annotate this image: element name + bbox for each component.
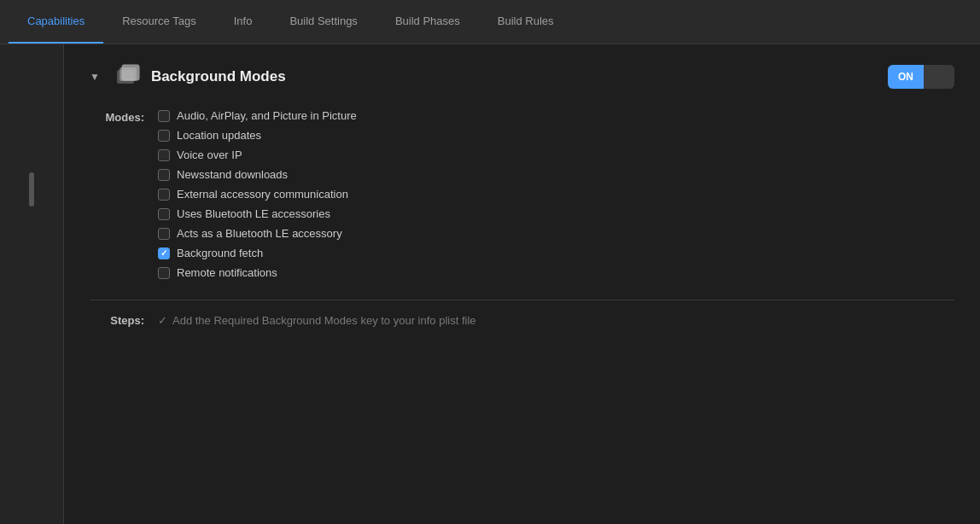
mode-location[interactable]: Location updates [158,129,357,142]
tab-bar: Capabilities Resource Tags Info Build Se… [0,0,980,44]
svg-rect-2 [122,65,139,80]
tab-build-phases[interactable]: Build Phases [376,0,479,44]
steps-label: Steps: [90,314,158,327]
step-1: ✓ Add the Required Background Modes key … [158,314,476,327]
toggle-on-label: ON [888,65,924,89]
mode-external-accessory[interactable]: External accessory communication [158,188,357,201]
checkbox-external-accessory[interactable] [158,189,170,201]
checkbox-bluetooth-le[interactable] [158,208,170,220]
mode-newsstand[interactable]: Newsstand downloads [158,168,357,181]
mode-audio[interactable]: Audio, AirPlay, and Picture in Picture [158,109,357,122]
checkbox-bluetooth-le-accessory[interactable] [158,228,170,240]
mode-label-voip: Voice over IP [177,148,242,161]
section-header: ▼ Background Modes ON [90,61,954,92]
mode-voip[interactable]: Voice over IP [158,148,357,161]
tab-info[interactable]: Info [215,0,271,44]
divider [90,300,954,300]
mode-label-newsstand: Newsstand downloads [177,168,288,181]
sidebar-scroll-thumb[interactable] [29,172,34,207]
step-done-icon: ✓ [158,314,167,327]
checkbox-newsstand[interactable] [158,169,170,181]
checkbox-audio[interactable] [158,110,170,122]
section-title-row: ▼ Background Modes [90,61,286,92]
steps-section: Steps: ✓ Add the Required Background Mod… [90,314,954,327]
tab-build-settings[interactable]: Build Settings [271,0,376,44]
mode-label-bluetooth-le: Uses Bluetooth LE accessories [177,207,330,220]
checkbox-voip[interactable] [158,149,170,161]
sidebar [0,44,64,524]
modes-label: Modes: [90,109,158,279]
section-title: Background Modes [151,68,286,85]
tab-resource-tags[interactable]: Resource Tags [103,0,214,44]
background-modes-icon [112,61,143,92]
mode-background-fetch[interactable]: Background fetch [158,247,357,259]
main-layout: ▼ Background Modes ON Modes: [0,44,980,524]
content-area: ▼ Background Modes ON Modes: [64,44,980,524]
checkbox-background-fetch[interactable] [158,247,170,259]
mode-bluetooth-le[interactable]: Uses Bluetooth LE accessories [158,207,357,220]
tab-build-rules[interactable]: Build Rules [479,0,573,44]
modes-section: Modes: Audio, AirPlay, and Picture in Pi… [90,109,954,279]
mode-remote-notifications[interactable]: Remote notifications [158,266,357,279]
mode-label-bluetooth-le-accessory: Acts as a Bluetooth LE accessory [177,227,342,240]
checkbox-remote-notifications[interactable] [158,267,170,279]
checkbox-location[interactable] [158,130,170,142]
chevron-down-icon[interactable]: ▼ [90,71,100,83]
modes-list: Audio, AirPlay, and Picture in Picture L… [158,109,357,279]
toggle-switch[interactable]: ON [888,65,954,89]
mode-label-background-fetch: Background fetch [177,247,263,259]
mode-label-location: Location updates [177,129,261,142]
mode-label-remote-notifications: Remote notifications [177,266,277,279]
toggle-off-area [924,65,954,89]
step-1-text: Add the Required Background Modes key to… [172,314,476,327]
mode-bluetooth-le-accessory[interactable]: Acts as a Bluetooth LE accessory [158,227,357,240]
mode-label-audio: Audio, AirPlay, and Picture in Picture [177,109,357,122]
tab-capabilities[interactable]: Capabilities [9,0,103,44]
mode-label-external-accessory: External accessory communication [177,188,348,201]
